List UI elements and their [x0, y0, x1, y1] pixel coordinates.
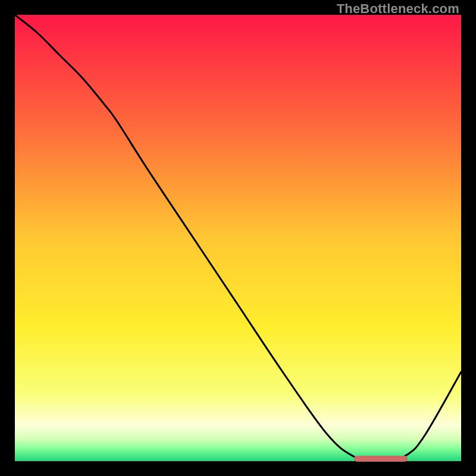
- optimal-marker: [354, 456, 408, 462]
- plot-area: [15, 15, 461, 461]
- curve-line: [15, 15, 461, 461]
- chart-frame: TheBottleneck.com: [0, 0, 476, 476]
